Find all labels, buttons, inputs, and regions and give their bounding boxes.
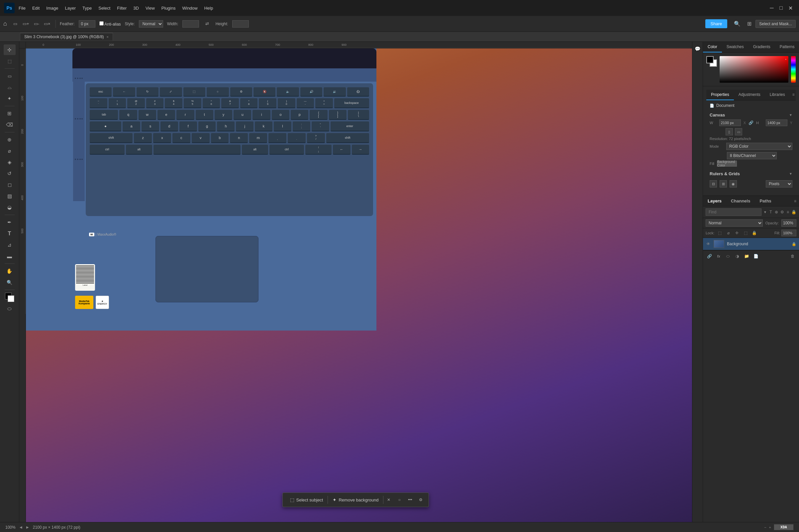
- comments-icon[interactable]: 💬: [693, 44, 702, 53]
- eyedropper-tool[interactable]: ⌫: [4, 119, 16, 130]
- swap-icon[interactable]: ⇄: [203, 20, 212, 28]
- tab-adjustments[interactable]: Adjustments: [734, 90, 765, 100]
- hue-slider[interactable]: [791, 56, 796, 83]
- link-layers-icon[interactable]: 🔗: [706, 252, 713, 260]
- adjustment-icon[interactable]: ◑: [733, 252, 741, 260]
- foreground-bg-swatches[interactable]: [706, 56, 717, 67]
- ruler-icon-3[interactable]: ◉: [730, 180, 737, 188]
- status-nav-left[interactable]: ◀: [20, 525, 22, 529]
- tab-gradients[interactable]: Gradients: [748, 42, 775, 53]
- rect-select-tool[interactable]: ▭: [4, 71, 16, 81]
- tab-properties[interactable]: Properties: [706, 90, 734, 100]
- lock-artboard-icon[interactable]: ⬚: [742, 230, 749, 236]
- color-field[interactable]: ▪: [720, 56, 788, 83]
- menu-layer[interactable]: Layer: [65, 6, 76, 11]
- path-select-tool[interactable]: ⊿: [4, 240, 16, 250]
- mask-icon[interactable]: ⬭: [724, 252, 731, 260]
- crop-tool[interactable]: ⊞: [4, 108, 16, 119]
- status-nav-right[interactable]: ▶: [26, 525, 29, 529]
- view-icon[interactable]: ⊞: [747, 21, 751, 27]
- ruler-units-select[interactable]: Pixels: [766, 180, 792, 188]
- menu-select[interactable]: Select: [98, 6, 110, 11]
- foreground-color-swatch[interactable]: [4, 292, 15, 303]
- brush-tool[interactable]: ⌀: [4, 146, 16, 156]
- ruler-icon-2[interactable]: ⊞: [720, 180, 727, 188]
- mode-select[interactable]: RGB Color: [726, 143, 792, 150]
- select-mask-button[interactable]: Select and Mask...: [756, 20, 796, 28]
- shape-tool[interactable]: ▬: [4, 251, 16, 262]
- rulers-section-header[interactable]: Rulers & Grids ▼: [710, 169, 792, 178]
- feather-input[interactable]: [79, 20, 95, 27]
- add-selection-icon[interactable]: ▭+: [22, 20, 30, 28]
- tab-channels[interactable]: Channels: [726, 196, 755, 206]
- delete-layer-icon[interactable]: 🗑: [789, 252, 796, 260]
- menu-file[interactable]: File: [19, 6, 25, 11]
- document-header[interactable]: 📄 Document: [710, 103, 792, 108]
- tab-patterns[interactable]: Patterns: [775, 42, 799, 53]
- subtract-selection-icon[interactable]: ▭-: [32, 20, 41, 28]
- layers-tool-1[interactable]: T: [768, 208, 773, 216]
- close-button[interactable]: ✕: [787, 5, 794, 11]
- portrait-icon[interactable]: ▯: [726, 128, 733, 135]
- props-panel-collapse[interactable]: ≡: [790, 90, 797, 100]
- lasso-tool[interactable]: ⌓: [4, 82, 16, 93]
- quick-mask-tool[interactable]: ⬭: [4, 303, 16, 314]
- type-tool[interactable]: T: [4, 228, 16, 239]
- clone-tool[interactable]: ◈: [4, 157, 16, 168]
- lock-pixels-icon[interactable]: ⌀: [725, 230, 731, 236]
- document-tab[interactable]: Slim 3 Chromebook (3).jpg @ 100% (RGB/8)…: [20, 33, 113, 40]
- layers-tool-2[interactable]: ⊕: [774, 208, 778, 216]
- intersect-selection-icon[interactable]: ▭×: [43, 20, 52, 28]
- antialias-checkbox[interactable]: [99, 21, 104, 25]
- lock-all-icon[interactable]: 🔒: [751, 230, 758, 236]
- minimize-button[interactable]: ─: [768, 5, 775, 11]
- lock-transparent-icon[interactable]: ⬚: [716, 230, 723, 236]
- bit-depth-select[interactable]: 8 Bits/Channel: [727, 152, 777, 159]
- menu-filter[interactable]: Filter: [117, 6, 127, 11]
- move-tool[interactable]: ⊹: [4, 44, 16, 55]
- tab-layers[interactable]: Layers: [703, 196, 726, 206]
- style-select[interactable]: Normal: [139, 20, 163, 27]
- fill-opacity-input[interactable]: [781, 230, 796, 236]
- layer-visibility-toggle[interactable]: 👁: [706, 241, 711, 247]
- link-dimensions-icon[interactable]: 🔗: [748, 120, 753, 125]
- menu-image[interactable]: Image: [46, 6, 58, 11]
- home-icon[interactable]: ⌂: [3, 20, 7, 27]
- new-selection-icon[interactable]: ▭: [11, 20, 20, 28]
- opacity-input[interactable]: [781, 220, 796, 227]
- menu-plugins[interactable]: Plugins: [161, 6, 176, 11]
- tab-paths[interactable]: Paths: [755, 196, 776, 206]
- new-layer-icon[interactable]: 📄: [752, 252, 760, 260]
- background-layer[interactable]: 👁 Background 🔒: [703, 238, 799, 250]
- tab-color[interactable]: Color: [703, 42, 722, 53]
- blend-mode-select[interactable]: Normal: [706, 220, 763, 227]
- layers-tool-3[interactable]: ⚙: [780, 208, 784, 216]
- gradient-tool[interactable]: ▨: [4, 191, 16, 202]
- layers-tool-4[interactable]: ≡: [786, 208, 790, 216]
- eraser-tool[interactable]: ◻: [4, 179, 16, 190]
- share-button[interactable]: Share: [705, 19, 728, 28]
- canvas-section-header[interactable]: Canvas ▼: [710, 111, 792, 119]
- folder-icon[interactable]: 📁: [743, 252, 750, 260]
- artboard-tool[interactable]: ⬚: [4, 56, 16, 66]
- lock-position-icon[interactable]: ✛: [733, 230, 740, 236]
- width-input[interactable]: [182, 20, 199, 27]
- fx-icon[interactable]: fx: [715, 252, 722, 260]
- search-icon[interactable]: 🔍: [734, 21, 741, 27]
- zoom-out-icon[interactable]: −: [764, 525, 766, 529]
- maximize-button[interactable]: □: [778, 5, 784, 11]
- menu-window[interactable]: Window: [182, 6, 197, 11]
- pen-tool[interactable]: ✒: [4, 217, 16, 228]
- layers-tool-5[interactable]: 🔒: [791, 208, 796, 216]
- menu-view[interactable]: View: [146, 6, 155, 11]
- history-brush-tool[interactable]: ↺: [4, 168, 16, 179]
- menu-help[interactable]: Help: [204, 6, 213, 11]
- tab-swatches[interactable]: Swatches: [722, 42, 748, 53]
- layers-panel-collapse[interactable]: ≡: [794, 199, 796, 204]
- dodge-tool[interactable]: ◒: [4, 202, 16, 213]
- menu-3d[interactable]: 3D: [133, 6, 139, 11]
- menu-type[interactable]: Type: [83, 6, 92, 11]
- landscape-icon[interactable]: ▭: [735, 128, 742, 135]
- menu-edit[interactable]: Edit: [32, 6, 39, 11]
- fill-swatch[interactable]: Background Color: [717, 160, 737, 167]
